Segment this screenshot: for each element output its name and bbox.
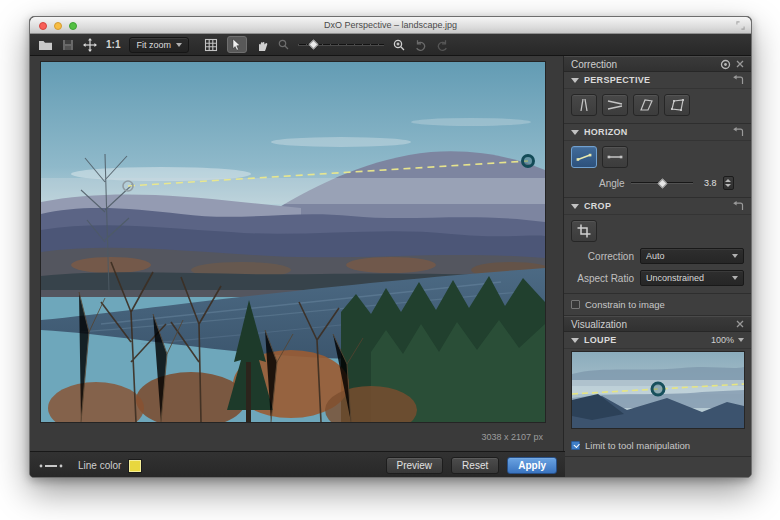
zoom-slider-thumb[interactable] <box>309 39 319 49</box>
loupe-section-header[interactable]: LOUPE 100% <box>564 332 751 349</box>
free-quad-icon <box>668 98 686 112</box>
move-tool-icon[interactable] <box>83 36 97 54</box>
aspect-ratio-label: Aspect Ratio <box>571 273 634 284</box>
chevron-down-icon <box>732 276 738 280</box>
zoom-mode-label: Fit zoom <box>136 40 171 50</box>
image-size-label: 3038 x 2107 px <box>481 432 543 442</box>
title-bar[interactable]: DxO Perspective – landscape.jpg <box>30 17 751 34</box>
chevron-down-icon <box>732 254 738 258</box>
aspect-ratio-value: Unconstrained <box>646 273 728 283</box>
loupe-zoom-value: 100% <box>711 335 734 345</box>
horizon-section: Angle 3.8 <box>564 141 751 198</box>
angle-slider-thumb[interactable] <box>658 178 668 188</box>
target-icon[interactable] <box>720 59 731 70</box>
redo-icon[interactable] <box>436 36 449 54</box>
reset-icon[interactable] <box>732 201 744 211</box>
photo[interactable] <box>40 61 546 423</box>
crop-correction-label: Correction <box>571 251 634 262</box>
horizon-line-tool-button[interactable] <box>602 146 628 168</box>
stepper-up-icon[interactable] <box>725 179 731 182</box>
horizon-section-header[interactable]: HORIZON <box>564 124 751 141</box>
angle-slider[interactable] <box>631 179 693 188</box>
angle-stepper[interactable] <box>723 176 734 190</box>
preview-button[interactable]: Preview <box>386 457 444 474</box>
tool-options-bar: Line color Preview Reset Apply <box>30 451 565 478</box>
perspective-section <box>564 89 751 124</box>
perspective-section-header[interactable]: PERSPECTIVE <box>564 72 751 89</box>
zoom-mode-dropdown[interactable]: Fit zoom <box>129 37 189 53</box>
horizon-handle-right <box>523 156 534 167</box>
save-icon[interactable] <box>62 36 74 54</box>
loupe-horizon-handle <box>652 383 664 395</box>
crop-tool-button[interactable] <box>571 220 597 242</box>
fullscreen-icon[interactable] <box>736 21 745 30</box>
crop-icon <box>576 223 592 239</box>
line-color-swatch[interactable] <box>129 460 141 472</box>
force-rectangle-button[interactable] <box>633 94 659 116</box>
crop-correction-value: Auto <box>646 251 728 261</box>
close-icon[interactable] <box>736 60 744 68</box>
crop-section: Correction Auto Aspect Ratio Unconstrain… <box>564 215 751 294</box>
correction-palette-header[interactable]: Correction <box>564 56 751 72</box>
close-icon[interactable] <box>736 320 744 328</box>
hand-tool-icon[interactable] <box>256 36 269 54</box>
loupe-zoom-dropdown[interactable]: 100% <box>711 335 744 345</box>
horizon-handle-left <box>123 181 133 191</box>
constrain-to-image-label: Constrain to image <box>585 299 665 310</box>
disclosure-triangle-icon[interactable] <box>571 204 579 209</box>
reset-button[interactable]: Reset <box>451 457 499 474</box>
zoom-in-icon[interactable] <box>393 36 405 54</box>
angle-label: Angle <box>599 178 625 189</box>
horizon-line-icon <box>606 151 624 163</box>
horizon-level-tool-button[interactable] <box>571 146 597 168</box>
app-window: DxO Perspective – landscape.jpg 1:1 Fit … <box>29 16 752 478</box>
constrain-to-image-checkbox[interactable] <box>571 300 580 309</box>
skew-icon <box>637 98 655 112</box>
undo-icon[interactable] <box>414 36 427 54</box>
disclosure-triangle-icon[interactable] <box>571 130 579 135</box>
actual-size-button[interactable]: 1:1 <box>106 39 120 50</box>
horizon-level-icon <box>575 151 593 163</box>
horizon-title: HORIZON <box>584 127 727 137</box>
keystone-vertical-icon <box>575 98 593 112</box>
zoom-slider[interactable] <box>298 40 384 50</box>
angle-value: 3.8 <box>699 178 717 188</box>
disclosure-triangle-icon[interactable] <box>571 78 579 83</box>
zoom-out-icon[interactable] <box>278 36 289 54</box>
cursor-tool-button[interactable] <box>227 36 247 53</box>
loupe-title: LOUPE <box>584 335 706 345</box>
apply-button[interactable]: Apply <box>507 457 557 474</box>
correction-palette-title: Correction <box>571 59 715 70</box>
aspect-ratio-dropdown[interactable]: Unconstrained <box>640 270 744 286</box>
keystone-horizontal-icon <box>606 98 624 112</box>
stepper-down-icon[interactable] <box>725 184 731 187</box>
reset-icon[interactable] <box>732 75 744 85</box>
cursor-icon <box>231 38 242 51</box>
grid-icon[interactable] <box>204 36 218 54</box>
image-canvas[interactable]: 3038 x 2107 px Line color Preview Reset … <box>30 56 563 478</box>
reset-icon[interactable] <box>732 127 744 137</box>
loupe-preview <box>571 351 745 429</box>
chevron-down-icon <box>176 43 182 47</box>
line-color-label: Line color <box>78 460 121 471</box>
limit-to-tool-row[interactable]: Limit to tool manipulation <box>564 435 751 457</box>
limit-to-tool-checkbox[interactable] <box>571 441 580 450</box>
disclosure-triangle-icon[interactable] <box>571 338 579 343</box>
force-parallel-horizontal-button[interactable] <box>602 94 628 116</box>
window-title: DxO Perspective – landscape.jpg <box>30 20 751 30</box>
limit-to-tool-label: Limit to tool manipulation <box>585 440 690 451</box>
crop-section-header[interactable]: CROP <box>564 198 751 215</box>
free-transform-button[interactable] <box>664 94 690 116</box>
line-style-icon[interactable] <box>38 461 64 471</box>
perspective-title: PERSPECTIVE <box>584 75 727 85</box>
constrain-to-image-row[interactable]: Constrain to image <box>564 294 751 316</box>
chevron-down-icon <box>738 338 744 342</box>
correction-panel: Correction PERSPECTIVE <box>563 56 751 478</box>
force-parallel-vertical-button[interactable] <box>571 94 597 116</box>
open-folder-icon[interactable] <box>38 36 53 54</box>
crop-title: CROP <box>584 201 727 211</box>
visualization-palette-header[interactable]: Visualization <box>564 316 751 332</box>
crop-correction-dropdown[interactable]: Auto <box>640 248 744 264</box>
visualization-palette-title: Visualization <box>571 319 731 330</box>
main-toolbar: 1:1 Fit zoom <box>30 34 751 56</box>
